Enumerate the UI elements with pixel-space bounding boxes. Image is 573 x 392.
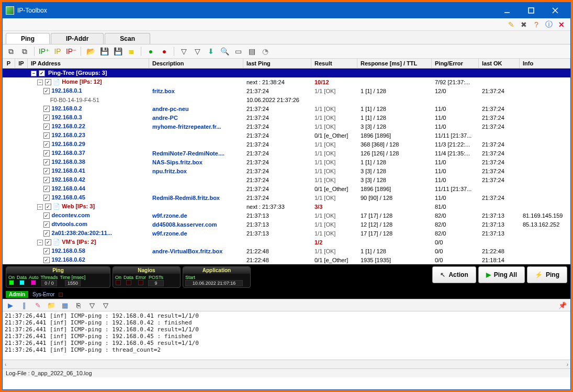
table-row[interactable]: ✓ 192.168.0.22myhome-fritzrepeater.fr...…: [3, 122, 570, 131]
table-row[interactable]: ✓ 192.168.0.2921:37:241/1 [OK]368 [368] …: [3, 140, 570, 149]
table-row[interactable]: −✓ 📄 Home [IPs: 12]next : 21:38:2410/127…: [3, 77, 570, 86]
table-row[interactable]: ✓ 192.168.0.38NAS-Sips.fritz.box21:37:24…: [3, 158, 570, 166]
table-row[interactable]: ✓ 192.168.0.4221:37:241/1 [OK]3 [3] / 12…: [3, 175, 570, 184]
col-lok[interactable]: last OK: [479, 59, 520, 68]
table-row[interactable]: ✓ 192.168.0.3andre-PC21:37:241/1 [OK]1 […: [3, 113, 570, 122]
led-auto: [31, 280, 36, 285]
panel-nagios: Nagios On Data Error POSTs9: [113, 266, 181, 288]
col-info[interactable]: Info: [520, 59, 570, 68]
filter-clear-icon[interactable]: ▽: [192, 46, 203, 57]
col-res[interactable]: Result: [311, 59, 357, 68]
close-button[interactable]: [543, 3, 567, 18]
admin-badge: Admin: [6, 291, 28, 298]
folder-open-icon[interactable]: 📂: [85, 46, 96, 57]
main-toolbar: ⧉ ⧉ IP⁺ IP IP⁻ 📂 💾 💾 ≣ ● ● ▽ ▽ ⬇ 🔍 ▭ ▤ ◔: [3, 44, 570, 59]
grid-icon[interactable]: ▦: [60, 300, 70, 310]
info-icon[interactable]: ⓘ: [544, 20, 554, 29]
window-title: IP-Toolbox: [17, 7, 495, 14]
table-row[interactable]: −✓ 📄 Web [IPs: 3]next : 21:37:333/381/0: [3, 202, 570, 211]
exit-icon[interactable]: ✕: [557, 20, 566, 29]
hscrollbar[interactable]: ‹›: [3, 360, 570, 368]
table-row[interactable]: ✓ 192.168.0.45Redmi8-Redmi8.fritz.box21:…: [3, 193, 570, 202]
panel-app-title: Application: [183, 267, 250, 274]
tree-expand-icon[interactable]: ⧉: [19, 46, 30, 57]
action-buttons: ↖Action ▶Ping All ⚡Ping: [432, 266, 567, 283]
down-icon[interactable]: ⬇: [206, 46, 216, 57]
doc-icon[interactable]: ▭: [233, 46, 243, 57]
folder-icon[interactable]: 📁: [47, 300, 56, 310]
copy-icon[interactable]: ⎘: [74, 300, 83, 310]
save-icon[interactable]: 💾: [99, 46, 109, 57]
mini-toolbar: ✎ ✖ ? ⓘ ✕: [3, 18, 570, 31]
table-row[interactable]: ✓ 192.168.0.6221:22:480/1 [e_Other]1935 …: [3, 255, 570, 264]
filter-icon[interactable]: ▽: [178, 46, 189, 57]
app-icon: [6, 6, 14, 15]
help-icon[interactable]: ?: [532, 20, 541, 29]
sep: [34, 47, 35, 56]
admin-bar: Admin Sys-Error: [3, 290, 570, 299]
col-last[interactable]: last Ping: [243, 59, 311, 68]
ip-edit-icon[interactable]: IP: [52, 46, 63, 57]
play-icon[interactable]: ▶: [6, 300, 15, 310]
col-addr[interactable]: IP Address: [28, 59, 149, 68]
tree-collapse-icon[interactable]: ⧉: [6, 46, 16, 57]
ping-button[interactable]: ⚡Ping: [527, 266, 567, 283]
table-row[interactable]: ✓ 192.168.0.4421:37:240/1 [e_Other]1896 …: [3, 184, 570, 193]
minimize-button[interactable]: [495, 3, 519, 18]
table-row[interactable]: ✓ 192.168.0.41npu.fritz.box21:37:241/1 […: [3, 166, 570, 175]
search-icon[interactable]: 🔍: [219, 46, 230, 57]
stop-icon[interactable]: ●: [159, 46, 170, 57]
table-row[interactable]: ✓ 2a01:238:20a:202:11...w9f.rzone.de21:3…: [3, 229, 570, 238]
ping-all-button[interactable]: ▶Ping All: [478, 266, 525, 283]
col-pe[interactable]: Ping/Error: [432, 59, 479, 68]
brush-icon[interactable]: ✎: [33, 300, 42, 310]
ping-tree[interactable]: −✓ Ping-Tree [Groups: 3] −✓ 📄 Home [IPs:…: [3, 69, 570, 264]
table-row[interactable]: −✓ 📄 VM's [IPs: 2]1/20/0: [3, 238, 570, 247]
tab-ping[interactable]: Ping: [6, 33, 50, 44]
col-p[interactable]: P: [3, 59, 15, 68]
tab-strip: Ping IP-Addr Scan: [3, 31, 570, 44]
tab-ipaddr[interactable]: IP-Addr: [51, 33, 104, 44]
sep: [141, 47, 141, 56]
maximize-button[interactable]: [519, 3, 543, 18]
ip-del-icon[interactable]: IP⁻: [66, 46, 76, 57]
col-ip[interactable]: IP: [15, 59, 28, 68]
table-row[interactable]: ✓ 192.168.0.1fritz.box21:37:241/1 [OK]1 …: [3, 86, 570, 95]
settings-icon[interactable]: ✖: [519, 20, 529, 29]
log-toolbar: ▶ ‖ ✎ 📁 ▦ ⎘ ▽ ▽ 📌: [3, 299, 570, 311]
ip-add-icon[interactable]: IP⁺: [39, 46, 49, 57]
svg-rect-1: [529, 8, 534, 13]
sep: [81, 47, 81, 56]
column-header: P IP IP Address Description last Ping Re…: [3, 59, 570, 69]
filter2x-icon[interactable]: ▽: [101, 300, 110, 310]
tab-scan[interactable]: Scan: [105, 33, 150, 44]
list-icon[interactable]: ≣: [126, 46, 137, 57]
pause-icon[interactable]: ‖: [19, 300, 29, 310]
table-row[interactable]: ✓ dtvtools.comdd45008.kasserver.com21:37…: [3, 220, 570, 229]
table-row[interactable]: −✓ Ping-Tree [Groups: 3]: [3, 69, 570, 77]
table-row[interactable]: ✓ 192.168.0.2andre-pc-neu21:37:241/1 [OK…: [3, 104, 570, 113]
table-row[interactable]: ✓ decontev.comw9f.rzone.de21:37:131/1 [O…: [3, 211, 570, 220]
titlebar: IP-Toolbox: [3, 3, 570, 18]
pin-icon[interactable]: 📌: [558, 300, 567, 310]
panel-ping-title: Ping: [6, 267, 110, 274]
led-data: [19, 280, 25, 285]
col-desc[interactable]: Description: [149, 59, 243, 68]
panel-ping: Ping On Data Auto Threads0 / 0 Time [mse…: [6, 266, 110, 288]
table-row[interactable]: F0-B0-14-19-F4-5110.06.2022 21:37:26: [3, 95, 570, 104]
export-icon[interactable]: 💾: [113, 46, 123, 57]
sheet-icon[interactable]: ▤: [246, 46, 257, 57]
edit-icon[interactable]: ✎: [507, 20, 516, 29]
app-window: IP-Toolbox ✎ ✖ ? ⓘ ✕ Ping IP-Addr Scan ⧉…: [2, 2, 571, 390]
syserror-label: Sys-Error: [32, 292, 54, 297]
clock-icon[interactable]: ◔: [260, 46, 271, 57]
panel-app: Application Start10.06.2022 21:07:16: [183, 266, 251, 288]
col-rms[interactable]: Response [ms] / TTL: [357, 59, 432, 68]
start-icon[interactable]: ●: [145, 46, 156, 57]
filter2-icon[interactable]: ▽: [87, 300, 97, 310]
table-row[interactable]: ✓ 192.168.0.58andre-VirtualBox.fritz.box…: [3, 247, 570, 255]
action-button[interactable]: ↖Action: [432, 266, 476, 283]
table-row[interactable]: ✓ 192.168.0.37RedmiNote7-RedmiNote....21…: [3, 149, 570, 158]
table-row[interactable]: ✓ 192.168.0.2321:37:240/1 [e_Other]1896 …: [3, 131, 570, 140]
log-output[interactable]: 21:37:26,441 [inf] ICMP-ping : 192.168.0…: [3, 311, 570, 360]
